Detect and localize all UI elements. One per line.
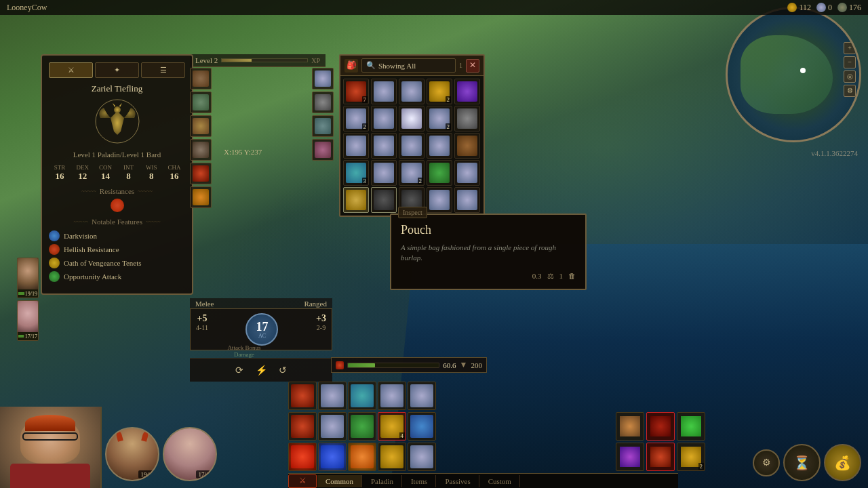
action-slot-5[interactable] (408, 443, 436, 471)
character-portrait-secondary[interactable]: 17/17 (163, 427, 217, 481)
inv-slot-5[interactable]: 2 (343, 106, 369, 131)
inventory-page[interactable]: 1 (459, 62, 462, 69)
equip-slot-hands[interactable] (190, 115, 212, 137)
minimap-zoom-in[interactable]: + (844, 42, 856, 54)
equip-slot-chest[interactable] (190, 92, 212, 113)
equip-slot-amulet[interactable] (190, 186, 212, 208)
char-action-icons: ⟳ ⚡ ↺ (190, 358, 332, 382)
tab-passives[interactable]: ☰ (141, 62, 185, 78)
inv-slot-1[interactable] (371, 79, 397, 104)
tab-paladin[interactable]: Paladin (363, 475, 402, 487)
hotbar-extra-3[interactable] (677, 412, 705, 441)
inv-slot-16[interactable] (371, 160, 397, 186)
inv-slot-13[interactable] (427, 133, 452, 159)
tab-passives[interactable]: Passives (437, 475, 479, 487)
minimap: + − ◎ ⚙ (726, 7, 861, 142)
action-slot-9[interactable]: 4 (378, 412, 406, 441)
inv-slot-10[interactable] (343, 133, 369, 159)
rest-icon[interactable]: ⟳ (231, 362, 248, 378)
inv-slot-7[interactable] (399, 106, 425, 131)
coin-button[interactable]: 💰 (824, 444, 861, 481)
inv-slot-15[interactable]: 3 (343, 160, 369, 186)
tab-spells[interactable]: ✦ (95, 62, 139, 78)
inv-item-10 (346, 136, 366, 156)
hair (25, 415, 75, 431)
minimap-settings[interactable]: ⚙ (844, 85, 856, 97)
inv-slot-24[interactable] (454, 187, 480, 213)
portrait-hp-1: 19/19 (18, 289, 38, 298)
tab-common[interactable]: Common (317, 475, 362, 487)
inv-slot-14[interactable] (454, 133, 480, 159)
hourglass-button[interactable]: ⏳ (783, 444, 821, 481)
equip-slot-ring2[interactable] (312, 139, 334, 161)
tab-icon[interactable]: ⚔ (288, 474, 317, 488)
action-slot-2[interactable] (318, 443, 347, 471)
silver-display: 0 (816, 3, 832, 13)
inspect-tag[interactable]: Inspect (398, 207, 427, 218)
portrait-1[interactable]: 19/19 (17, 258, 39, 298)
action-slot-8[interactable] (348, 412, 376, 441)
equip-slot-head[interactable] (190, 68, 212, 89)
inventory-bag-icon[interactable]: 🎒 (344, 59, 358, 73)
inv-slot-21[interactable] (371, 187, 397, 213)
inv-slot-12[interactable] (399, 133, 425, 159)
character-portrait-main[interactable]: 19/19 (105, 427, 159, 481)
streamer-webcam (0, 407, 102, 488)
inv-slot-20[interactable] (343, 187, 369, 213)
action-slot-3[interactable] (348, 443, 376, 471)
journal-icon[interactable]: ↺ (275, 362, 291, 378)
action-slot-1[interactable] (288, 443, 317, 471)
equip-slot-offhand[interactable] (312, 92, 334, 113)
tab-items[interactable]: Items (403, 475, 436, 487)
inv-slot-18[interactable] (427, 160, 452, 186)
inv-slot-0[interactable]: 7 (343, 79, 369, 104)
hp-down-arrow[interactable]: ▼ (460, 360, 468, 370)
equip-slot-boots[interactable] (190, 139, 212, 161)
inventory-search[interactable]: 🔍 Showing All (361, 58, 456, 73)
portrait-hp-2: 17/17 (18, 332, 38, 340)
hotbar-spell-2[interactable] (646, 443, 675, 471)
hotbar-extra-1[interactable] (616, 412, 644, 441)
tab-character[interactable]: ⚔ (49, 62, 93, 78)
inv-item-9 (457, 108, 477, 129)
minimap-zoom-out[interactable]: − (844, 56, 856, 68)
action-slot-12[interactable] (318, 382, 347, 410)
inv-slot-3[interactable]: 2 (427, 79, 452, 104)
inv-slot-6[interactable] (371, 106, 397, 131)
glasses (22, 432, 79, 441)
action-slot-10[interactable] (408, 412, 436, 441)
action-slot-11[interactable] (288, 382, 317, 410)
hotbar-spell-1[interactable] (616, 443, 644, 471)
hotbar-extra-2[interactable] (646, 412, 675, 441)
equip-slot-mainhand[interactable] (312, 68, 334, 89)
inv-slot-2[interactable] (399, 79, 425, 104)
action-slot-15[interactable] (408, 382, 436, 410)
portrait-2[interactable]: 17/17 (17, 300, 39, 341)
inv-slot-11[interactable] (371, 133, 397, 159)
tab-custom[interactable]: Custom (480, 475, 520, 487)
inv-slot-19[interactable] (454, 160, 480, 186)
action-slot-13[interactable] (348, 382, 376, 410)
inv-slot-8[interactable]: 2 (427, 106, 452, 131)
camp-icon[interactable]: ⚡ (253, 362, 269, 378)
equip-slot-ring1[interactable] (190, 163, 212, 184)
action-slot-7[interactable] (318, 412, 347, 441)
character-panel: ⚔ ✦ ☰ Zariel Tiefling Level 1 Pa (41, 54, 193, 295)
inv-slot-9[interactable] (454, 106, 480, 131)
spell-2-icon (650, 447, 671, 467)
stats-grid: STR 16 DEX 12 CON 14 INT 8 WIS 8 CHA 16 (49, 164, 185, 182)
settings-button[interactable]: ⚙ (753, 449, 780, 476)
inv-slot-23[interactable] (427, 187, 452, 213)
search-icon: 🔍 (366, 61, 376, 70)
action-slot-14[interactable] (378, 382, 406, 410)
action-slot-6[interactable] (288, 412, 317, 441)
hotbar-spell-3[interactable]: 2 (677, 443, 705, 471)
search-text: Showing All (378, 62, 416, 70)
equip-slot-back[interactable] (312, 115, 334, 137)
action-slot-4[interactable] (378, 443, 406, 471)
inv-slot-17[interactable]: 2 (399, 160, 425, 186)
inv-slot-4[interactable] (454, 79, 480, 104)
minimap-pin[interactable]: ◎ (844, 70, 856, 83)
inventory-close-button[interactable]: ✕ (466, 59, 479, 73)
darkvision-icon (49, 230, 60, 241)
